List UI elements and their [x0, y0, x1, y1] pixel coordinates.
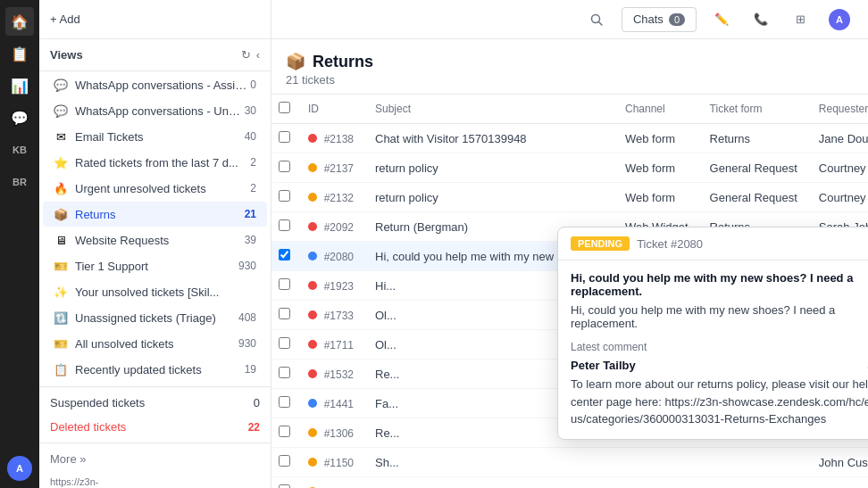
ticket-preview-popup[interactable]: PENDING Ticket #2080 Hi, could you help … [557, 227, 868, 440]
add-button[interactable]: + Add [50, 12, 80, 26]
row-checkbox[interactable] [271, 448, 297, 477]
table-row[interactable]: #2137 return policy Web form General Req… [271, 153, 868, 183]
popup-commenter: Peter Tailby [571, 359, 636, 372]
sidebar-item-count: 408 [238, 311, 256, 324]
row-checkbox[interactable] [271, 271, 297, 301]
sidebar-item-icon: 🎫 [54, 259, 68, 273]
row-form [699, 448, 808, 477]
row-subject[interactable]: Sh... [364, 448, 614, 477]
row-subject[interactable]: return policy [364, 153, 614, 183]
row-channel [614, 448, 699, 477]
row-checkbox[interactable] [271, 242, 297, 271]
rail-br-icon[interactable]: BR [5, 168, 34, 196]
sidebar-item-label: Rated tickets from the last 7 d... [75, 156, 246, 170]
sidebar-refresh-icon[interactable]: ↻ [241, 48, 251, 62]
row-subject[interactable]: return policy [364, 183, 614, 212]
topbar: Chats 0 ✏️ 📞 ⊞ A [271, 0, 868, 39]
page-subtitle: 21 tickets [286, 73, 854, 87]
row-checkbox[interactable] [271, 183, 297, 212]
rail-kb-icon[interactable]: KB [5, 136, 34, 164]
sidebar-deleted[interactable]: Deleted tickets 22 [39, 415, 271, 439]
sidebar-item-label: WhatsApp conversations - Assig... [75, 79, 246, 92]
sidebar-item-icon: 📋 [54, 362, 68, 376]
page-title-row: 📦 Returns [286, 52, 854, 71]
row-checkbox[interactable] [271, 124, 297, 153]
table-row[interactable]: #2132 return policy Web form General Req… [271, 183, 868, 212]
sidebar-item-website-requests[interactable]: 🖥 Website Requests 39 [43, 227, 267, 252]
row-subject[interactable]: Chat with Visitor 1570139948 [364, 124, 614, 153]
sidebar-item-label: Urgent unresolved tickets [75, 182, 246, 195]
sidebar-item-count: 39 [245, 234, 256, 246]
row-checkbox[interactable] [271, 360, 297, 389]
sidebar-item-icon: 💬 [54, 103, 68, 118]
sidebar-item-label: All unsolved tickets [75, 337, 235, 351]
popup-body: Hi, could you help me with my new shoes?… [558, 261, 868, 439]
rail-reports-icon[interactable]: 📊 [5, 71, 34, 100]
sidebar-item-label: Tier 1 Support [75, 260, 235, 273]
col-subject: Subject [364, 95, 614, 124]
popup-message-bold: Hi, could you help me with my new shoes?… [571, 271, 868, 298]
suspended-label: Suspended tickets [50, 396, 145, 409]
row-form: General Request [699, 183, 808, 212]
sidebar-item-label: Recently updated tickets [75, 363, 241, 376]
phone-icon[interactable]: 📞 [747, 7, 775, 32]
chats-button[interactable]: Chats 0 [622, 7, 697, 32]
sidebar-header: Views ↻ ‹ [39, 39, 271, 71]
row-requester: Courtney Barnett [808, 183, 868, 212]
col-requester: Requester [808, 95, 868, 124]
grid-icon[interactable]: ⊞ [786, 7, 814, 32]
sidebar-item-tier1[interactable]: 🎫 Tier 1 Support 930 [43, 253, 267, 278]
pending-badge: PENDING [571, 236, 630, 251]
sidebar-item-all-unsolved[interactable]: 🎫 All unsolved tickets 930 [43, 331, 267, 356]
table-row[interactable]: #2138 Chat with Visitor 1570139948 Web f… [271, 124, 868, 153]
search-icon[interactable] [582, 7, 611, 32]
col-id: ID [297, 95, 364, 124]
sidebar-item-icon: 💬 [54, 78, 68, 92]
row-checkbox[interactable] [271, 477, 297, 489]
sidebar-title: Views [50, 48, 83, 62]
rail-tickets-icon[interactable]: 📋 [5, 39, 34, 68]
row-id: #1923 [297, 271, 364, 301]
sidebar-item-urgent-tickets[interactable]: 🔥 Urgent unresolved tickets 2 [43, 176, 267, 201]
row-checkbox[interactable] [271, 389, 297, 418]
row-subject[interactable]: Can I return my shoes? [364, 477, 614, 489]
profile-icon[interactable]: A [825, 7, 854, 32]
sidebar-item-unassigned-triage[interactable]: 🔃 Unassigned tickets (Triage) 408 [43, 305, 267, 330]
popup-ticket-num: Ticket #2080 [637, 237, 703, 251]
row-checkbox[interactable] [271, 418, 297, 448]
row-checkbox[interactable] [271, 153, 297, 183]
row-id: #1306 [297, 418, 364, 448]
sidebar-item-whatsapp-assigned[interactable]: 💬 WhatsApp conversations - Assig... 0 [43, 72, 267, 97]
row-requester: John Customer [808, 448, 868, 477]
sidebar-item-whatsapp-unassigned[interactable]: 💬 WhatsApp conversations - Unass... 30 [43, 98, 267, 123]
row-form: Returns [699, 124, 808, 153]
row-checkbox[interactable] [271, 330, 297, 360]
rail-home-icon[interactable]: 🏠 [5, 7, 34, 36]
table-row[interactable]: #1149 Can I return my shoes? Web Widget … [271, 477, 868, 489]
sidebar-item-your-unsolved[interactable]: ✨ Your unsolved tickets [Skil... [43, 279, 267, 304]
content-area: 📦 Returns 21 tickets ID Subject Channel … [271, 39, 868, 488]
row-channel: Web form [614, 183, 699, 212]
col-channel: Channel [614, 95, 699, 124]
sidebar-item-email-tickets[interactable]: ✉ Email Tickets 40 [43, 124, 267, 149]
row-id: #1733 [297, 301, 364, 330]
sidebar-item-label: Returns [75, 208, 241, 221]
row-id: #2092 [297, 212, 364, 242]
sidebar-item-rated-tickets[interactable]: ⭐ Rated tickets from the last 7 d... 2 [43, 150, 267, 175]
rail-chat-icon[interactable]: 💬 [5, 103, 34, 132]
row-checkbox[interactable] [271, 212, 297, 242]
select-all-header[interactable] [271, 95, 297, 124]
row-id: #1532 [297, 360, 364, 389]
sidebar-item-recently-updated[interactable]: 📋 Recently updated tickets 19 [43, 357, 267, 382]
table-row[interactable]: #1150 Sh... John Customer [271, 448, 868, 477]
sidebar-collapse-icon[interactable]: ‹ [256, 48, 260, 62]
sidebar-more[interactable]: More » [39, 447, 271, 471]
page-icon: 📦 [286, 52, 305, 71]
sidebar-item-icon: ⭐ [54, 155, 68, 170]
sidebar-item-returns[interactable]: 📦 Returns 21 [43, 202, 267, 227]
sidebar-item-label: WhatsApp conversations - Unass... [75, 104, 241, 118]
popup-header: PENDING Ticket #2080 [558, 227, 868, 261]
sidebar-suspended: Suspended tickets 0 [39, 391, 271, 415]
compose-icon[interactable]: ✏️ [707, 7, 736, 32]
row-checkbox[interactable] [271, 301, 297, 330]
